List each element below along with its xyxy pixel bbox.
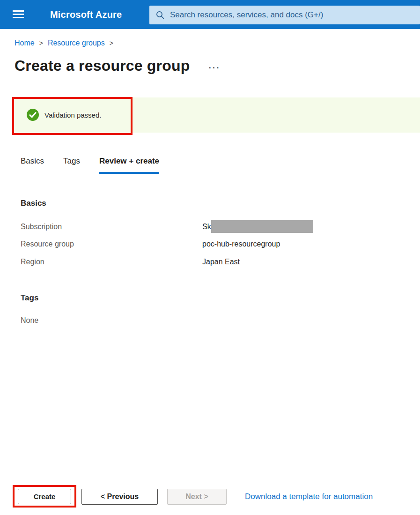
breadcrumb-home-link[interactable]: Home [15,39,35,47]
breadcrumb: Home > Resource groups > [15,39,118,47]
basics-review-table: Subscription Sk Resource group poc-hub-r… [21,218,395,271]
region-value: Japan East [202,258,240,266]
create-button[interactable]: Create [18,489,71,504]
wizard-footer: Create < Previous Next > Download a temp… [0,489,420,506]
download-template-link[interactable]: Download a template for automation [245,489,373,505]
more-options-icon[interactable]: ··· [209,60,221,72]
chevron-right-icon: > [110,39,113,47]
subscription-value: Sk [202,220,313,233]
wizard-tabs: Basics Tags Review + create [21,157,159,174]
table-row-region: Region Japan East [21,253,395,271]
region-label: Region [21,258,202,266]
table-row-subscription: Subscription Sk [21,218,395,236]
tab-review-create[interactable]: Review + create [99,157,159,174]
success-check-icon [27,109,39,121]
tags-section-heading: Tags [21,293,38,303]
global-search[interactable] [149,6,420,24]
previous-button[interactable]: < Previous [81,489,158,505]
validation-message: Validation passed. [44,97,101,133]
search-icon [156,11,164,19]
brand-title[interactable]: Microsoft Azure [50,0,122,29]
breadcrumb-resource-groups-link[interactable]: Resource groups [48,39,105,47]
resource-group-value: poc-hub-resourcegroup [202,240,280,248]
tab-basics[interactable]: Basics [21,157,44,174]
redaction-block [211,220,313,233]
tags-value: None [21,316,38,325]
table-row-resource-group: Resource group poc-hub-resourcegroup [21,236,395,254]
search-input[interactable] [149,6,420,24]
subscription-label: Subscription [21,223,202,231]
chevron-right-icon: > [39,39,43,47]
basics-section-heading: Basics [21,199,46,208]
next-button-disabled[interactable]: Next > [167,489,227,505]
tab-tags[interactable]: Tags [63,157,80,174]
page-title: Create a resource group [15,57,190,75]
menu-icon[interactable] [13,10,24,18]
resource-group-label: Resource group [21,240,202,248]
top-nav-bar: Microsoft Azure [0,0,420,29]
validation-banner: Validation passed. [13,97,420,133]
